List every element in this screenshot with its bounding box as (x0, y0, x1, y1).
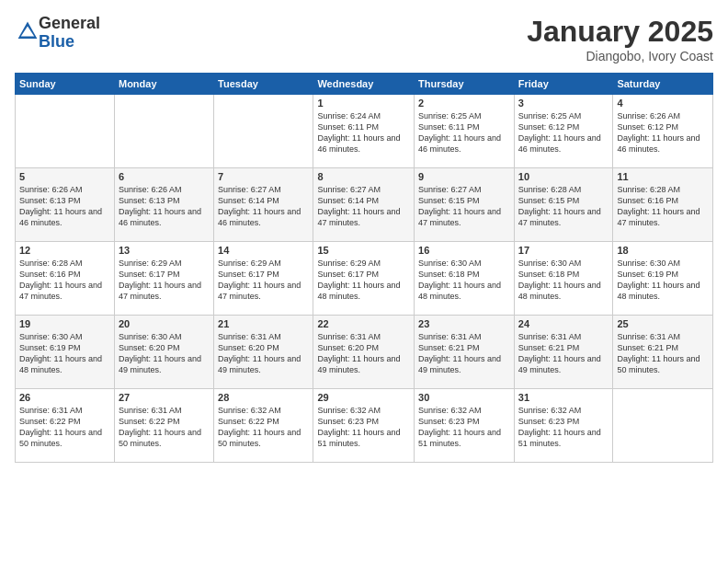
day-info: Sunrise: 6:27 AMSunset: 6:15 PMDaylight:… (418, 184, 510, 229)
day-cell: 4Sunrise: 6:26 AMSunset: 6:12 PMDaylight… (613, 95, 713, 168)
day-cell: 20Sunrise: 6:30 AMSunset: 6:20 PMDayligh… (114, 316, 213, 389)
day-number: 2 (418, 98, 510, 109)
day-number: 26 (19, 392, 110, 403)
day-info: Sunrise: 6:30 AMSunset: 6:18 PMDaylight:… (418, 258, 510, 303)
day-number: 22 (317, 318, 410, 329)
day-cell: 10Sunrise: 6:28 AMSunset: 6:15 PMDayligh… (514, 168, 613, 242)
logo: General Blue (15, 15, 100, 52)
day-number: 28 (218, 392, 309, 403)
day-cell: 27Sunrise: 6:31 AMSunset: 6:22 PMDayligh… (114, 389, 213, 463)
day-info: Sunrise: 6:26 AMSunset: 6:13 PMDaylight:… (19, 184, 110, 229)
day-number: 18 (617, 245, 709, 256)
day-number: 13 (119, 245, 210, 256)
day-cell: 9Sunrise: 6:27 AMSunset: 6:15 PMDaylight… (415, 168, 515, 242)
day-info: Sunrise: 6:28 AMSunset: 6:16 PMDaylight:… (19, 258, 110, 303)
day-number: 17 (518, 245, 609, 256)
day-info: Sunrise: 6:29 AMSunset: 6:17 PMDaylight:… (317, 258, 410, 303)
day-cell: 26Sunrise: 6:31 AMSunset: 6:22 PMDayligh… (16, 389, 115, 463)
day-cell: 25Sunrise: 6:31 AMSunset: 6:21 PMDayligh… (613, 316, 713, 389)
day-number: 20 (119, 318, 210, 329)
logo-blue-text: Blue (39, 32, 74, 51)
month-title: January 2025 (527, 15, 713, 49)
day-cell: 1Sunrise: 6:24 AMSunset: 6:11 PMDaylight… (313, 95, 415, 168)
logo-icon (17, 20, 39, 42)
day-info: Sunrise: 6:29 AMSunset: 6:17 PMDaylight:… (119, 258, 210, 303)
weekday-header-thursday: Thursday (415, 74, 515, 95)
week-row-4: 19Sunrise: 6:30 AMSunset: 6:19 PMDayligh… (16, 316, 713, 389)
day-cell: 6Sunrise: 6:26 AMSunset: 6:13 PMDaylight… (114, 168, 213, 242)
day-cell: 22Sunrise: 6:31 AMSunset: 6:20 PMDayligh… (313, 316, 415, 389)
day-cell: 7Sunrise: 6:27 AMSunset: 6:14 PMDaylight… (214, 168, 313, 242)
day-info: Sunrise: 6:32 AMSunset: 6:22 PMDaylight:… (218, 405, 309, 450)
day-info: Sunrise: 6:29 AMSunset: 6:17 PMDaylight:… (218, 258, 309, 303)
calendar-table: SundayMondayTuesdayWednesdayThursdayFrid… (15, 73, 713, 463)
day-info: Sunrise: 6:31 AMSunset: 6:20 PMDaylight:… (218, 331, 309, 376)
day-info: Sunrise: 6:32 AMSunset: 6:23 PMDaylight:… (418, 405, 510, 450)
day-number: 14 (218, 245, 309, 256)
day-number: 8 (317, 171, 410, 182)
weekday-header-tuesday: Tuesday (214, 74, 313, 95)
day-cell: 14Sunrise: 6:29 AMSunset: 6:17 PMDayligh… (214, 242, 313, 316)
weekday-header-wednesday: Wednesday (313, 74, 415, 95)
week-row-2: 5Sunrise: 6:26 AMSunset: 6:13 PMDaylight… (16, 168, 713, 242)
day-info: Sunrise: 6:30 AMSunset: 6:18 PMDaylight:… (518, 258, 609, 303)
day-cell: 5Sunrise: 6:26 AMSunset: 6:13 PMDaylight… (16, 168, 115, 242)
day-number: 4 (617, 98, 709, 109)
day-number: 1 (317, 98, 410, 109)
day-number: 15 (317, 245, 410, 256)
week-row-3: 12Sunrise: 6:28 AMSunset: 6:16 PMDayligh… (16, 242, 713, 316)
day-info: Sunrise: 6:32 AMSunset: 6:23 PMDaylight:… (518, 405, 609, 450)
day-cell: 16Sunrise: 6:30 AMSunset: 6:18 PMDayligh… (415, 242, 515, 316)
weekday-header-sunday: Sunday (16, 74, 115, 95)
day-cell (16, 95, 115, 168)
day-info: Sunrise: 6:28 AMSunset: 6:15 PMDaylight:… (518, 184, 609, 229)
day-info: Sunrise: 6:31 AMSunset: 6:21 PMDaylight:… (418, 331, 510, 376)
day-info: Sunrise: 6:31 AMSunset: 6:22 PMDaylight:… (19, 405, 110, 450)
day-number: 27 (119, 392, 210, 403)
day-number: 11 (617, 171, 709, 182)
day-info: Sunrise: 6:28 AMSunset: 6:16 PMDaylight:… (617, 184, 709, 229)
day-number: 29 (317, 392, 410, 403)
day-info: Sunrise: 6:25 AMSunset: 6:11 PMDaylight:… (418, 110, 510, 155)
day-number: 5 (19, 171, 110, 182)
day-cell (613, 389, 713, 463)
day-number: 7 (218, 171, 309, 182)
day-number: 24 (518, 318, 609, 329)
page: General Blue January 2025 Diangobo, Ivor… (0, 0, 728, 563)
day-number: 9 (418, 171, 510, 182)
day-cell: 13Sunrise: 6:29 AMSunset: 6:17 PMDayligh… (114, 242, 213, 316)
day-cell (114, 95, 213, 168)
day-cell: 21Sunrise: 6:31 AMSunset: 6:20 PMDayligh… (214, 316, 313, 389)
day-cell: 29Sunrise: 6:32 AMSunset: 6:23 PMDayligh… (313, 389, 415, 463)
logo-general-text: General (39, 14, 100, 32)
day-number: 30 (418, 392, 510, 403)
day-cell: 19Sunrise: 6:30 AMSunset: 6:19 PMDayligh… (16, 316, 115, 389)
day-number: 3 (518, 98, 609, 109)
weekday-header-row: SundayMondayTuesdayWednesdayThursdayFrid… (16, 74, 713, 95)
day-cell: 3Sunrise: 6:25 AMSunset: 6:12 PMDaylight… (514, 95, 613, 168)
day-info: Sunrise: 6:24 AMSunset: 6:11 PMDaylight:… (317, 110, 410, 155)
day-cell: 31Sunrise: 6:32 AMSunset: 6:23 PMDayligh… (514, 389, 613, 463)
day-info: Sunrise: 6:30 AMSunset: 6:19 PMDaylight:… (19, 331, 110, 376)
day-number: 31 (518, 392, 609, 403)
day-info: Sunrise: 6:26 AMSunset: 6:12 PMDaylight:… (617, 110, 709, 155)
day-cell: 15Sunrise: 6:29 AMSunset: 6:17 PMDayligh… (313, 242, 415, 316)
header: General Blue January 2025 Diangobo, Ivor… (15, 15, 713, 63)
day-number: 16 (418, 245, 510, 256)
day-number: 6 (119, 171, 210, 182)
day-cell: 23Sunrise: 6:31 AMSunset: 6:21 PMDayligh… (415, 316, 515, 389)
day-cell: 17Sunrise: 6:30 AMSunset: 6:18 PMDayligh… (514, 242, 613, 316)
day-number: 10 (518, 171, 609, 182)
day-number: 23 (418, 318, 510, 329)
day-info: Sunrise: 6:31 AMSunset: 6:20 PMDaylight:… (317, 331, 410, 376)
day-info: Sunrise: 6:26 AMSunset: 6:13 PMDaylight:… (119, 184, 210, 229)
weekday-header-monday: Monday (114, 74, 213, 95)
day-number: 12 (19, 245, 110, 256)
location: Diangobo, Ivory Coast (527, 49, 713, 63)
day-info: Sunrise: 6:31 AMSunset: 6:22 PMDaylight:… (119, 405, 210, 450)
day-info: Sunrise: 6:25 AMSunset: 6:12 PMDaylight:… (518, 110, 609, 155)
day-info: Sunrise: 6:30 AMSunset: 6:19 PMDaylight:… (617, 258, 709, 303)
day-cell: 24Sunrise: 6:31 AMSunset: 6:21 PMDayligh… (514, 316, 613, 389)
day-info: Sunrise: 6:27 AMSunset: 6:14 PMDaylight:… (317, 184, 410, 229)
day-cell: 30Sunrise: 6:32 AMSunset: 6:23 PMDayligh… (415, 389, 515, 463)
